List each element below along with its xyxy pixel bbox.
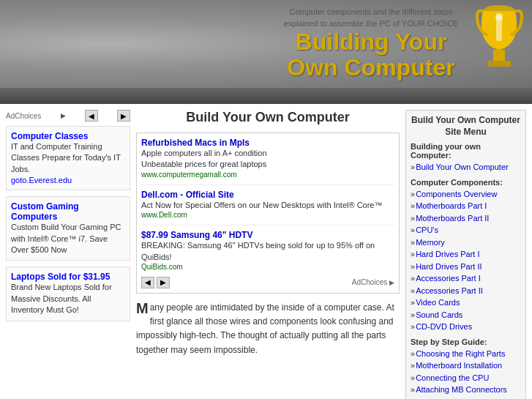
right-menu-section1-label: Building your own Computer:: [411, 142, 521, 160]
right-link-video-cards[interactable]: Video Cards: [411, 297, 521, 309]
right-link-motherboards-1[interactable]: Motherboards Part I: [411, 200, 521, 212]
right-link-accessories-1[interactable]: Accessories Part I: [411, 272, 521, 285]
right-menu-title: Build Your Own Computer Site Menu: [411, 115, 521, 138]
right-link-sound-cards[interactable]: Sound Cards: [411, 309, 521, 321]
right-link-hard-drives-2[interactable]: Hard Drives Part II: [411, 261, 521, 273]
right-link-accessories-2[interactable]: Accessories Part II: [411, 285, 521, 297]
ad-2-title[interactable]: Dell.com - Official Site: [141, 190, 234, 200]
page-title: Build Your Own Computer: [136, 110, 400, 125]
main-content: Build Your Own Computer Refurbished Macs…: [136, 110, 400, 399]
right-menu-section2-label: Computer Components:: [411, 178, 521, 187]
ad-2-desc: Act Now for Special Offers on our New De…: [141, 200, 394, 211]
ad-3-title[interactable]: $87.99 Samsung 46" HDTV: [141, 230, 252, 240]
ad-1-url: www.computermegamall.com: [141, 171, 394, 179]
navigation-bar: [0, 88, 532, 104]
site-header: Computer components and the different st…: [0, 0, 532, 88]
right-link-hard-drives-1[interactable]: Hard Drives Part I: [411, 248, 521, 261]
ad-prev-button[interactable]: ◀: [85, 110, 98, 122]
main-body-rest: any people are intimidated by the inside…: [136, 302, 394, 355]
ad-divider-2: [141, 225, 394, 225]
main-body-text: Many people are intimidated by the insid…: [136, 301, 400, 357]
right-link-choosing-parts[interactable]: Choosing the Right Parts: [411, 348, 521, 360]
right-sidebar: Build Your Own Computer Site Menu Buildi…: [405, 110, 526, 399]
custom-gaming-text: Custom Build Your Gaming PC with Intel® …: [11, 222, 125, 256]
right-link-build-own[interactable]: Build Your Own Computer: [411, 161, 521, 174]
custom-gaming-link[interactable]: Custom Gaming Computers: [11, 201, 79, 222]
right-link-cpus[interactable]: CPU's: [411, 224, 521, 236]
ads-prev-button[interactable]: ◀: [141, 277, 154, 288]
computer-classes-text: IT and Computer Training Classes Prepare…: [11, 141, 125, 175]
ad-3-desc: BREAKING: Samsung 46" HDTVs being sold f…: [141, 240, 394, 263]
ad-item-2: Dell.com - Official Site Act Now for Spe…: [141, 190, 394, 219]
svg-point-4: [495, 13, 503, 20]
ads-ad-choices-label: AdChoices ▶: [352, 278, 394, 286]
sidebar-laptops-sold: Laptops Sold for $31.95 Brand New Laptop…: [6, 266, 130, 321]
laptops-sold-text: Brand New Laptops Sold for Massive Disco…: [11, 282, 125, 316]
header-title: Building Your Own Computer: [287, 29, 454, 81]
right-menu-box: Build Your Own Computer Site Menu Buildi…: [405, 110, 526, 399]
right-link-installing-drives[interactable]: Installing the Drives: [411, 396, 521, 399]
ads-next-button[interactable]: ▶: [157, 277, 170, 288]
content-wrapper: AdChoices ▶ ◀ ▶ Computer Classes IT and …: [0, 104, 532, 399]
ad-2-url: www.Dell.com: [141, 211, 394, 219]
right-link-memory[interactable]: Memory: [411, 236, 521, 249]
sidebar-custom-gaming: Custom Gaming Computers Custom Build You…: [6, 196, 130, 261]
ad-item-1: Refurbished Macs in Mpls Apple computers…: [141, 138, 394, 179]
ad-1-title[interactable]: Refurbished Macs in Mpls: [141, 138, 250, 148]
left-sidebar: AdChoices ▶ ◀ ▶ Computer Classes IT and …: [6, 110, 130, 399]
first-letter: M: [136, 301, 149, 316]
ad-choices-label: AdChoices: [6, 112, 41, 120]
right-link-mb-installation[interactable]: Motherboard Installation: [411, 359, 521, 372]
ad-choices-bar: AdChoices ▶ ◀ ▶: [6, 110, 130, 122]
header-title-line2: Own Computer: [287, 54, 454, 81]
laptops-sold-link[interactable]: Laptops Sold for $31.95: [11, 272, 110, 282]
ad-divider-1: [141, 184, 394, 185]
ad-1-desc: Apple computers all in A+ condition Unbe…: [141, 148, 394, 171]
ad-next-button[interactable]: ▶: [117, 110, 130, 122]
ads-bottom-bar: ◀ ▶ AdChoices ▶: [141, 277, 394, 288]
right-link-attaching-mb[interactable]: Attaching MB Connectors: [411, 384, 521, 396]
sidebar-computer-classes: Computer Classes IT and Computer Trainin…: [6, 126, 130, 190]
computer-classes-goto[interactable]: goto.Everest.edu: [11, 176, 72, 184]
trophy-icon-area: [470, 7, 528, 66]
ad-item-3: $87.99 Samsung 46" HDTV BREAKING: Samsun…: [141, 230, 394, 271]
svg-rect-2: [487, 61, 511, 67]
right-link-cd-dvd[interactable]: CD-DVD Drives: [411, 321, 521, 333]
header-subtitle: Computer components and the different st…: [284, 7, 459, 29]
header-title-line1: Building Your: [296, 29, 447, 55]
ads-area: Refurbished Macs in Mpls Apple computers…: [136, 133, 400, 294]
right-link-connecting-cpu[interactable]: Connecting the CPU: [411, 372, 521, 384]
computer-classes-link[interactable]: Computer Classes: [11, 131, 88, 141]
right-link-components-overview[interactable]: Components Overview: [411, 188, 521, 201]
svg-rect-1: [493, 50, 505, 61]
ad-choices-icon: ▶: [61, 112, 66, 119]
trophy-icon: [476, 2, 523, 72]
ad-3-url: QuiBids.com: [141, 263, 394, 271]
right-menu-section3-label: Step by Step Guide:: [411, 338, 521, 346]
right-link-motherboards-2[interactable]: Motherboards Part II: [411, 212, 521, 225]
